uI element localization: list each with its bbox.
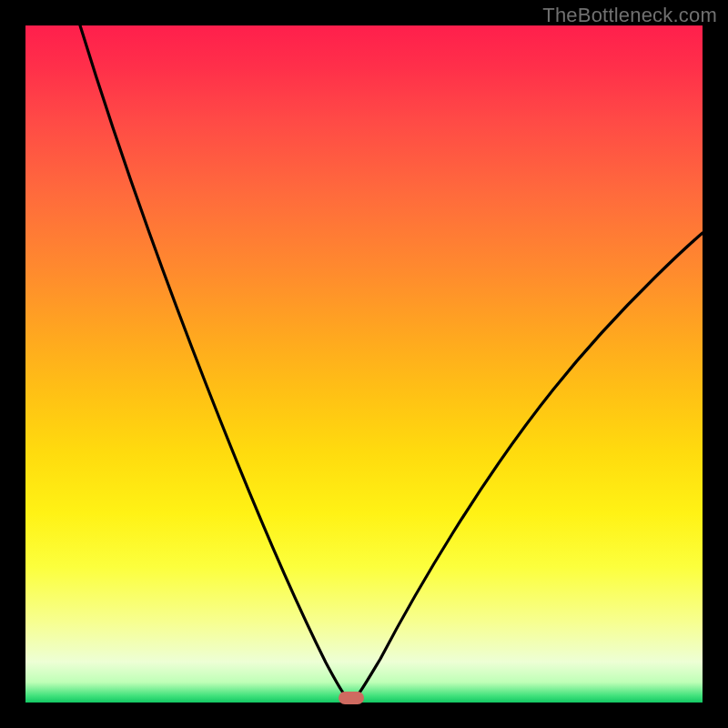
chart-frame: TheBottleneck.com: [0, 0, 728, 728]
gradient-plot-area: [25, 25, 703, 703]
watermark-text: TheBottleneck.com: [542, 4, 717, 27]
curve-right-branch: [351, 233, 703, 701]
optimal-point-marker: [339, 692, 364, 704]
curve-left-branch: [80, 25, 351, 701]
bottleneck-curve: [25, 25, 703, 703]
